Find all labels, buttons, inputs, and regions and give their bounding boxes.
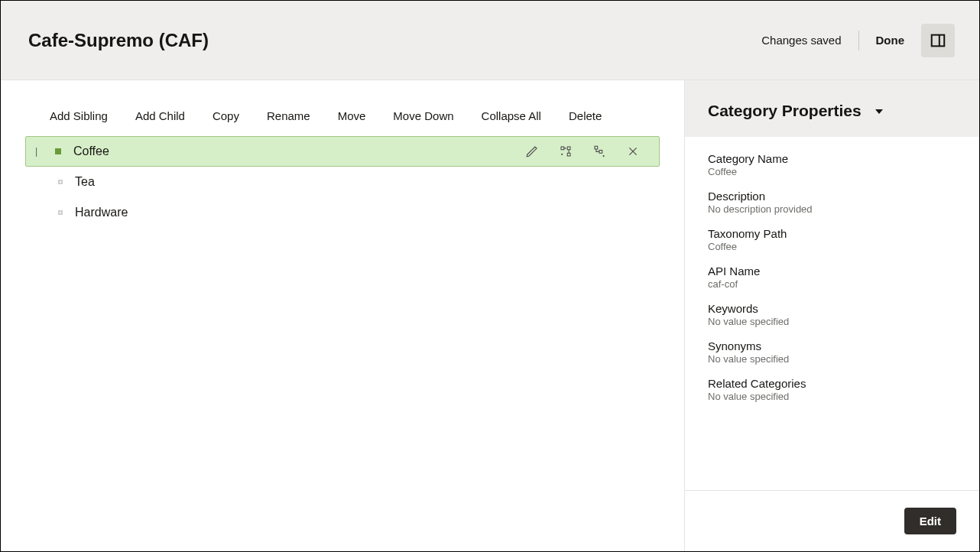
- row-actions: [524, 144, 659, 159]
- hierarchy-sibling-icon: [559, 144, 573, 158]
- prop-value: No value specified: [708, 353, 956, 365]
- prop-related-categories: Related Categories No value specified: [708, 377, 956, 402]
- main: Add Sibling Add Child Copy Rename Move M…: [1, 80, 979, 551]
- save-status: Changes saved: [761, 34, 841, 47]
- prop-synonyms: Synonyms No value specified: [708, 339, 956, 365]
- prop-value: Coffee: [708, 166, 956, 177]
- prop-label: API Name: [708, 265, 956, 278]
- bullet-icon: [55, 148, 61, 154]
- toolbar: Add Sibling Add Child Copy Rename Move M…: [1, 109, 684, 136]
- edit-inline-button[interactable]: [524, 144, 540, 159]
- prop-value: No value specified: [708, 391, 956, 402]
- prop-label: Taxonomy Path: [708, 227, 956, 240]
- tree-item-label: Tea: [75, 175, 660, 189]
- prop-taxonomy-path: Taxonomy Path Coffee: [708, 227, 956, 252]
- toggle-panel-button[interactable]: [921, 24, 955, 57]
- prop-keywords: Keywords No value specified: [708, 302, 956, 327]
- remove-inline-button[interactable]: [625, 144, 641, 159]
- properties-header[interactable]: Category Properties: [685, 80, 979, 137]
- done-button[interactable]: Done: [876, 34, 905, 47]
- hierarchy-child-icon: [592, 144, 606, 158]
- rename-button[interactable]: Rename: [267, 109, 310, 122]
- prop-description: Description No description provided: [708, 190, 956, 215]
- page-title: Cafe-Supremo (CAF): [28, 30, 209, 51]
- properties-title: Category Properties: [708, 102, 862, 120]
- divider: [858, 31, 859, 50]
- add-child-inline-button[interactable]: [592, 144, 607, 159]
- copy-button[interactable]: Copy: [213, 109, 239, 122]
- properties-footer: Edit: [685, 490, 979, 551]
- bullet-icon: [58, 210, 63, 215]
- svg-rect-0: [932, 34, 945, 46]
- move-button[interactable]: Move: [338, 109, 366, 122]
- add-sibling-inline-button[interactable]: [558, 144, 573, 159]
- svg-rect-5: [595, 146, 598, 149]
- svg-rect-3: [567, 147, 570, 150]
- properties-panel: Category Properties Category Name Coffee…: [685, 80, 979, 551]
- svg-rect-6: [599, 151, 602, 154]
- chevron-down-icon: [875, 109, 883, 114]
- tree-item-label: Hardware: [75, 206, 660, 219]
- prop-value: caf-cof: [708, 278, 956, 290]
- prop-label: Category Name: [708, 152, 956, 165]
- tree-pane: Add Sibling Add Child Copy Rename Move M…: [1, 80, 685, 551]
- move-down-button[interactable]: Move Down: [393, 109, 453, 122]
- svg-rect-4: [567, 153, 570, 156]
- prop-label: Keywords: [708, 302, 956, 315]
- prop-label: Description: [708, 190, 956, 203]
- tree-item-hardware[interactable]: Hardware: [25, 197, 660, 228]
- tree-item-label: Coffee: [73, 144, 524, 158]
- properties-list: Category Name Coffee Description No desc…: [685, 137, 979, 490]
- header: Cafe-Supremo (CAF) Changes saved Done: [1, 1, 979, 80]
- pencil-icon: [525, 144, 539, 158]
- prop-category-name: Category Name Coffee: [708, 152, 956, 177]
- tree-item-coffee[interactable]: || Coffee: [25, 136, 660, 167]
- add-child-button[interactable]: Add Child: [135, 109, 185, 122]
- panel-layout-icon: [930, 32, 946, 49]
- prop-value: No value specified: [708, 316, 956, 327]
- header-actions: Changes saved Done: [761, 24, 955, 57]
- category-tree: || Coffee: [1, 136, 684, 228]
- svg-rect-2: [561, 147, 564, 150]
- tree-item-tea[interactable]: Tea: [25, 167, 660, 197]
- prop-label: Related Categories: [708, 377, 956, 390]
- prop-label: Synonyms: [708, 339, 956, 352]
- prop-value: No description provided: [708, 203, 956, 215]
- prop-api-name: API Name caf-cof: [708, 265, 956, 290]
- prop-value: Coffee: [708, 241, 956, 252]
- bullet-icon: [58, 180, 63, 184]
- add-sibling-button[interactable]: Add Sibling: [50, 109, 108, 122]
- drag-handle-icon[interactable]: ||: [35, 146, 41, 157]
- close-icon: [627, 145, 639, 157]
- delete-button[interactable]: Delete: [569, 109, 602, 122]
- collapse-all-button[interactable]: Collapse All: [482, 109, 541, 122]
- edit-button[interactable]: Edit: [904, 508, 956, 534]
